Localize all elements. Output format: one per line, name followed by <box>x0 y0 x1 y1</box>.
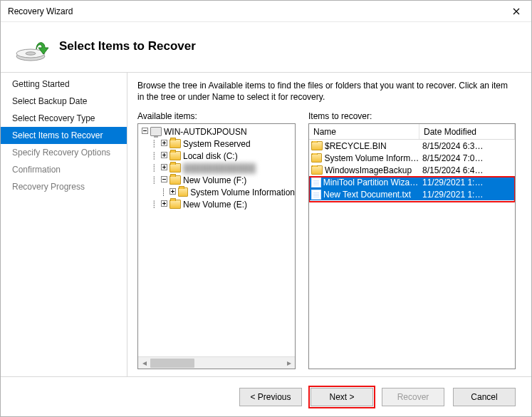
step-select-items-to-recover[interactable]: Select Items to Recover <box>1 127 127 144</box>
expand-icon[interactable] <box>161 164 167 170</box>
items-to-recover-list[interactable]: Name Date Modified $RECYCLE.BIN 8/15/202… <box>308 123 516 369</box>
svg-point-2 <box>26 52 36 55</box>
folder-icon <box>169 200 181 209</box>
tree-node[interactable]: ┊ System Volume Information <box>138 186 295 198</box>
recovery-wizard-window: Recovery Wizard Select Items to Recover … <box>0 0 532 417</box>
list-item[interactable]: $RECYCLE.BIN 8/15/2024 6:3… <box>309 140 515 152</box>
computer-icon <box>150 127 162 136</box>
available-items-label: Available items: <box>137 111 296 121</box>
list-item[interactable]: New Text Document.txt 11/29/2021 1:… <box>309 188 515 200</box>
tree-node-label-redacted: ████████████ <box>183 163 256 173</box>
folder-icon <box>169 175 181 185</box>
available-items-tree[interactable]: WIN-AUTDKJPOUSN ┊ System Reserved ┊ Loca… <box>137 123 296 369</box>
horizontal-scrollbar[interactable]: ◂ ▸ <box>138 356 295 369</box>
recovery-icon <box>15 31 52 62</box>
folder-icon <box>311 165 323 175</box>
tree-node[interactable]: ┊ New Volume (F:) <box>138 174 295 186</box>
list-item[interactable]: System Volume Informa… 8/15/2024 7:0… <box>309 152 515 164</box>
folder-icon <box>169 151 181 160</box>
folder-icon <box>178 187 189 197</box>
tree-node-label: System Volume Information <box>190 187 295 197</box>
tree-node-label: Local disk (C:) <box>183 151 238 161</box>
wizard-steps-sidebar: Getting Started Select Backup Date Selec… <box>1 73 127 376</box>
folder-icon <box>169 139 181 148</box>
step-specify-recovery-options: Specify Recovery Options <box>1 144 127 161</box>
list-item[interactable]: MiniTool Partition Wizar… 11/29/2021 1:… <box>309 176 515 188</box>
wizard-header: Select Items to Recover <box>1 22 531 72</box>
folder-icon <box>311 141 323 150</box>
close-button[interactable] <box>501 1 531 22</box>
expand-icon[interactable] <box>161 152 167 158</box>
step-confirmation: Confirmation <box>1 161 127 178</box>
expand-icon[interactable] <box>161 200 167 207</box>
column-header-date[interactable]: Date Modified <box>419 124 515 139</box>
tree-root-label: WIN-AUTDKJPOUSN <box>164 127 247 137</box>
tree-node[interactable]: ┊ Local disk (C:) <box>138 150 295 162</box>
titlebar: Recovery Wizard <box>1 1 531 22</box>
recover-button: Recover <box>382 388 444 406</box>
tree-node[interactable]: ┊ ████████████ <box>138 162 295 174</box>
list-item[interactable]: WindowsImageBackup 8/15/2024 6:4… <box>309 164 515 176</box>
previous-button[interactable]: < Previous <box>239 388 302 406</box>
file-icon <box>311 190 321 200</box>
collapse-icon[interactable] <box>142 128 148 134</box>
column-header-name[interactable]: Name <box>309 124 419 139</box>
file-icon <box>311 177 321 187</box>
tree-node-label: System Reserved <box>183 139 251 149</box>
collapse-icon[interactable] <box>161 176 167 182</box>
folder-icon <box>311 153 322 163</box>
items-to-recover-label: Items to recover: <box>308 111 516 121</box>
folder-icon <box>169 163 181 173</box>
step-recovery-progress: Recovery Progress <box>1 178 127 195</box>
instruction-text: Browse the tree in Available items to fi… <box>137 80 516 103</box>
close-icon <box>513 8 520 15</box>
tree-node-label: New Volume (F:) <box>183 175 246 185</box>
next-button[interactable]: Next > <box>311 388 373 406</box>
scroll-thumb[interactable] <box>150 359 194 368</box>
tree-node[interactable]: ┊ System Reserved <box>138 138 295 150</box>
scroll-right-arrow-icon[interactable]: ▸ <box>283 357 295 369</box>
scroll-left-arrow-icon[interactable]: ◂ <box>138 357 150 369</box>
wizard-main: Browse the tree in Available items to fi… <box>127 73 531 376</box>
tree-root[interactable]: WIN-AUTDKJPOUSN <box>138 125 295 138</box>
step-getting-started[interactable]: Getting Started <box>1 76 127 93</box>
tree-node-label: New Volume (E:) <box>183 200 247 210</box>
step-select-recovery-type[interactable]: Select Recovery Type <box>1 110 127 127</box>
wizard-footer: < Previous Next > Recover Cancel <box>1 376 531 416</box>
cancel-button[interactable]: Cancel <box>453 388 516 406</box>
window-title: Recovery Wizard <box>8 6 501 16</box>
tree-node[interactable]: ┊ New Volume (E:) <box>138 198 295 210</box>
expand-icon[interactable] <box>169 188 176 195</box>
grid-header: Name Date Modified <box>309 124 515 140</box>
step-select-backup-date[interactable]: Select Backup Date <box>1 93 127 110</box>
page-title: Select Items to Recover <box>59 39 196 53</box>
expand-icon[interactable] <box>161 140 167 146</box>
